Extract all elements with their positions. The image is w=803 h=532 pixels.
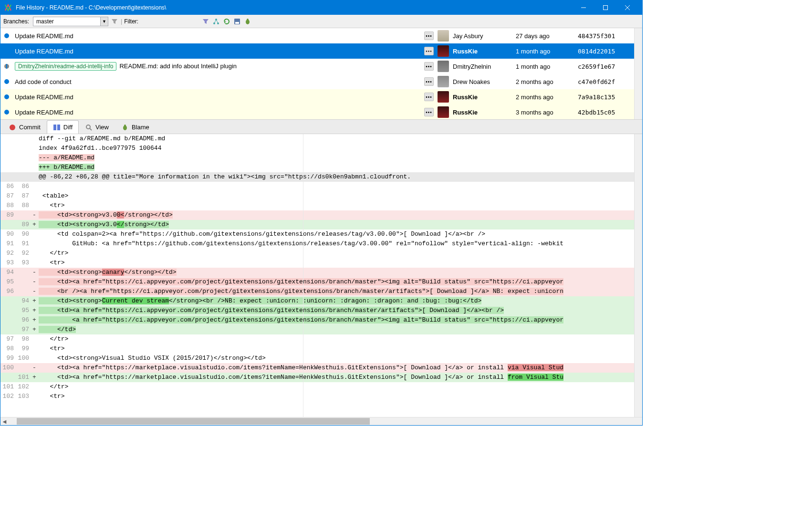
tab-label: View (95, 124, 109, 131)
filter-icon[interactable] (110, 17, 119, 26)
diff-line: @@ -86,22 +86,28 @@ title="More informat… (0, 172, 634, 182)
window-title: File History - README.md - C:\Developmen… (16, 4, 573, 11)
commit-author: RussKie (449, 94, 516, 101)
diff-line: 9292 </tr> (0, 249, 634, 258)
detail-tabs: Commit Diff View Blame (0, 120, 642, 134)
commit-history: Update README.md•••Jay Asbury27 days ago… (0, 28, 642, 120)
commit-row[interactable]: Update README.md•••RussKie2 months ago7a… (0, 89, 634, 104)
diff-scrollbar-vertical[interactable] (634, 134, 642, 417)
diff-line: 89+ <td><strong>v3.0</strong></td> (0, 220, 634, 229)
diff-line: 9090 <td colspan=2><a href="https://gith… (0, 229, 634, 239)
minimize-button[interactable] (573, 0, 594, 15)
commit-menu-button[interactable]: ••• (424, 47, 434, 55)
commit-message: Update README.md (13, 109, 421, 116)
panel-divider[interactable] (303, 134, 303, 417)
refresh-icon[interactable] (222, 17, 231, 26)
commit-hash: 0814d22015 (578, 48, 630, 55)
tab-diff[interactable]: Diff (47, 120, 79, 134)
commit-author: Drew Noakes (449, 78, 516, 85)
commit-hash: c47e0fd62f (578, 78, 630, 85)
diff-line: 94+ <td><strong>Current dev stream</stro… (0, 296, 634, 306)
avatar (438, 91, 449, 103)
commit-author: RussKie (449, 109, 516, 116)
commit-row[interactable]: Update README.md•••RussKie1 month ago081… (0, 43, 634, 59)
diff-line: 102103 <tr> (0, 392, 634, 401)
diff-line: 96+ <a href="https://ci.appveyor.com/pro… (0, 315, 634, 325)
diff-line: 101+ <td><a href="https://marketplace.vi… (0, 373, 634, 382)
svg-point-17 (124, 125, 126, 126)
scrollbar-thumb[interactable] (17, 418, 370, 425)
bug-icon[interactable] (243, 17, 252, 26)
commit-menu-button[interactable]: ••• (424, 31, 434, 40)
diff-line: 89- <td><strong>v3.00</strong></td> (0, 210, 634, 220)
history-scrollbar[interactable] (634, 28, 642, 119)
save-icon[interactable] (233, 17, 241, 26)
graph-icon[interactable] (212, 17, 220, 26)
tab-blame[interactable]: Blame (115, 120, 156, 134)
funnel-icon[interactable] (201, 17, 210, 26)
app-icon (4, 4, 12, 11)
titlebar[interactable]: File History - README.md - C:\Developmen… (0, 0, 642, 15)
diff-line: 8686 (0, 182, 634, 191)
svg-line-15 (90, 128, 92, 130)
blame-icon (121, 124, 129, 131)
branch-dropdown[interactable]: master ▼ (33, 17, 108, 26)
tab-commit[interactable]: Commit (2, 120, 47, 134)
commit-row[interactable]: Update README.md•••RussKie3 months ago42… (0, 104, 634, 119)
svg-point-10 (247, 19, 249, 21)
diff-scrollbar-horizontal[interactable]: ◄ (0, 417, 642, 425)
branches-label: Branches: (3, 18, 29, 25)
commit-date: 1 month ago (516, 48, 578, 55)
maximize-button[interactable] (594, 0, 616, 15)
commit-date: 2 months ago (516, 78, 578, 85)
commit-author: Jay Asbury (449, 32, 516, 40)
diff-line: 94- <td><strong>canary</strong></td> (0, 268, 634, 277)
branch-value: master (33, 18, 100, 25)
diff-line: +++ b/README.md (0, 163, 634, 172)
commit-menu-button[interactable]: ••• (424, 77, 434, 86)
commit-menu-button[interactable]: ••• (424, 108, 434, 116)
chevron-down-icon[interactable]: ▼ (100, 17, 108, 26)
toolbar-separator: | (121, 18, 122, 25)
diff-line: diff --git a/README.md b/README.md (0, 134, 634, 144)
commit-message: Update README.md (13, 48, 421, 55)
diff-line: 95- <td><a href="https://ci.appveyor.com… (0, 277, 634, 287)
diff-line: 99100 <td><strong>Visual Studio VSIX (20… (0, 354, 634, 363)
commit-message: Update README.md (13, 94, 421, 101)
avatar (438, 30, 449, 42)
commit-author: RussKie (449, 48, 516, 55)
commit-menu-button[interactable]: ••• (424, 93, 434, 101)
commit-row[interactable]: DmitryZhelnin/readme-add-intellij-infoRE… (0, 59, 634, 74)
commit-row[interactable]: Add code of conduct•••Drew Noakes2 month… (0, 74, 634, 89)
commit-date: 3 months ago (516, 109, 578, 116)
diff-line: 9191 GitHub: <a href="https://github.com… (0, 239, 634, 249)
commit-date: 27 days ago (516, 32, 578, 40)
diff-line: 97+ </td> (0, 325, 634, 334)
diff-line: index 4f9a62fd1..bce977975 100644 (0, 144, 634, 153)
commit-hash: c2659f1e67 (578, 63, 630, 70)
diff-line: 9393 <tr> (0, 258, 634, 268)
diff-viewer: diff --git a/README.md b/README.md index… (0, 134, 642, 417)
svg-point-14 (86, 125, 90, 129)
filter-label: Filter: (124, 18, 138, 25)
toolbar: Branches: master ▼ | Filter: (0, 15, 642, 28)
view-icon (85, 124, 93, 131)
svg-rect-12 (53, 125, 56, 130)
svg-rect-1 (604, 6, 608, 10)
commit-author: DmitryZhelnin (449, 63, 516, 70)
branch-tag[interactable]: DmitryZhelnin/readme-add-intellij-info (15, 62, 116, 71)
tab-view[interactable]: View (79, 120, 115, 134)
commit-date: 1 month ago (516, 63, 578, 70)
diff-line: 101102 </tr> (0, 382, 634, 392)
commit-menu-button[interactable]: ••• (424, 62, 434, 71)
diff-line: 96- <br /><a href="https://ci.appveyor.c… (0, 287, 634, 296)
avatar (438, 61, 449, 72)
diff-line: 95+ <td><a href="https://ci.appveyor.com… (0, 306, 634, 315)
tab-label: Commit (19, 124, 41, 131)
commit-hash: 484375f301 (578, 32, 630, 40)
commit-hash: 42bdb15c05 (578, 109, 630, 116)
commit-message: DmitryZhelnin/readme-add-intellij-infoRE… (13, 62, 421, 71)
svg-point-11 (10, 125, 15, 130)
close-button[interactable] (616, 0, 638, 15)
commit-row[interactable]: Update README.md•••Jay Asbury27 days ago… (0, 28, 634, 43)
